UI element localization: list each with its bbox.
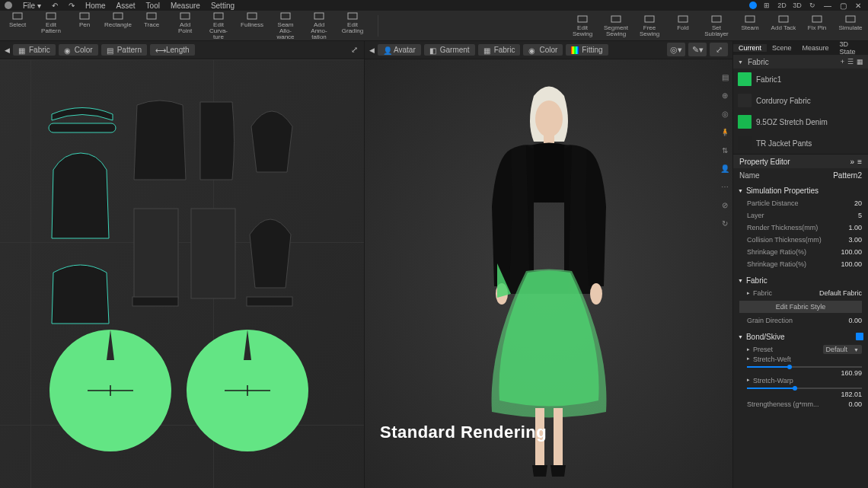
pattern-cuff-a[interactable] [131, 295, 180, 309]
sim-value[interactable]: 20 [854, 199, 862, 207]
mode-3d[interactable]: 3D [792, 1, 803, 10]
tool-fold[interactable]: Fold [670, 14, 696, 37]
pattern-sleeve-a[interactable] [245, 96, 298, 180]
tool-add-tack[interactable]: Add Tack [771, 14, 796, 37]
side-icon-user[interactable]: 👤 [720, 163, 730, 174]
view-grid-icon[interactable]: ▦ [857, 58, 863, 65]
mode-2d[interactable]: 2D [777, 1, 787, 10]
fabric-toggle-icon[interactable]: ▼ [738, 59, 743, 65]
stretch-weft-slider[interactable]: ▸Stretch-Weft 160.99 [733, 356, 868, 377]
pattern-front-a[interactable] [44, 147, 116, 246]
fabric-field-value[interactable]: Default Fabric [819, 289, 862, 297]
grid-icon[interactable]: ⊞ [761, 1, 772, 10]
pattern-lining-b[interactable] [187, 204, 240, 303]
side-icon-add[interactable]: ⊕ [720, 90, 730, 100]
chip-fabric-3d[interactable]: ▦Fabric [478, 44, 521, 56]
tab-measure[interactable]: Measure [797, 44, 834, 52]
maximize-icon[interactable]: ▢ [838, 2, 848, 10]
canvas-2d[interactable] [0, 59, 364, 488]
chip-length[interactable]: ⟷Length [150, 44, 195, 56]
tool-fullness[interactable]: Fullness [239, 11, 265, 40]
tab-current[interactable]: Current [733, 44, 767, 52]
view-list-icon[interactable]: ☰ [847, 58, 854, 65]
tool-add-annotation[interactable]: Add Anno-tation [306, 11, 332, 40]
chip-garment[interactable]: ◧Garment [424, 44, 475, 56]
menu-asset[interactable]: Asset [116, 2, 136, 10]
undo-icon[interactable]: ↶ [52, 2, 58, 10]
light-dropdown[interactable]: ✎▾ [688, 43, 707, 56]
stretch-warp-slider[interactable]: ▸Stretch-Warp 182.01 [733, 377, 868, 398]
menu-setting[interactable]: Setting [211, 2, 235, 10]
strengtheness-value[interactable]: 0.00 [848, 400, 862, 408]
tool-fix-pin[interactable]: Fix Pin [804, 14, 830, 37]
tool-edit-grading[interactable]: Edit Grading [340, 11, 365, 40]
collapse-3d-icon[interactable]: ◀ [369, 46, 375, 54]
side-icon-avatar[interactable]: 🧍 [720, 126, 730, 137]
fabric-item-2[interactable]: 9.5OZ Stretch Denim [733, 111, 868, 132]
tool-select[interactable]: Select [5, 11, 30, 40]
chip-color[interactable]: ◉Color [59, 44, 98, 56]
redo-icon[interactable]: ↷ [69, 2, 75, 10]
pattern-front-b[interactable] [44, 254, 116, 330]
pattern-cuff-b[interactable] [245, 295, 294, 309]
pattern-sleeve-b[interactable] [244, 204, 297, 295]
tool-rectangle[interactable]: Rectangle [105, 11, 131, 40]
collapse-icon[interactable]: ◀ [5, 46, 10, 54]
menu-tool[interactable]: Tool [146, 2, 160, 10]
menu-home[interactable]: Home [85, 2, 106, 10]
menu-file[interactable]: File ▾ [23, 2, 41, 10]
side-icon-more[interactable]: ⋯ [720, 181, 730, 192]
side-icon-lock[interactable]: ⇅ [720, 145, 730, 155]
side-icon-layers[interactable]: ▤ [720, 72, 730, 82]
chip-fitting[interactable]: Fitting [566, 44, 608, 56]
edit-fabric-style-button[interactable]: Edit Fabric Style [739, 301, 862, 313]
pattern-circle-skirt-b[interactable] [183, 326, 312, 455]
chip-avatar[interactable]: 👤Avatar [378, 44, 421, 56]
section-simulation[interactable]: ▼Simulation Properties [733, 183, 868, 197]
tool-trace[interactable]: Trace [139, 11, 164, 40]
sim-value[interactable]: 5 [858, 212, 862, 219]
tool-free-sewing[interactable]: Free Sewing [637, 14, 662, 37]
side-icon-target[interactable]: ◎ [720, 108, 730, 119]
grain-value[interactable]: 0.00 [848, 317, 862, 324]
refresh-icon[interactable]: ↻ [807, 1, 818, 10]
chip-color-3d[interactable]: ◉Color [523, 44, 563, 56]
sim-value[interactable]: 100.00 [841, 260, 862, 268]
tool-segment-sewing[interactable]: SegmentSewing [603, 14, 629, 37]
camera-dropdown[interactable]: ◎▾ [667, 43, 685, 56]
notification-badge[interactable] [749, 2, 757, 9]
sim-value[interactable]: 1.00 [848, 224, 862, 231]
chip-pattern[interactable]: ▤Pattern [101, 44, 147, 56]
section-fabric[interactable]: ▼Fabric [733, 273, 868, 287]
pattern-circle-skirt-a[interactable] [46, 326, 175, 455]
minimize-icon[interactable]: — [822, 2, 833, 10]
tool-add-point[interactable]: Add Point [172, 11, 198, 40]
pattern-neckband[interactable] [44, 120, 120, 137]
tool-set-sublayer[interactable]: Set Sublayer [704, 14, 729, 37]
expand-2d-icon[interactable]: ⤢ [349, 45, 359, 56]
tool-steam[interactable]: Steam [737, 14, 763, 37]
tab-3d-state[interactable]: 3D State [834, 40, 868, 56]
prop-name-value[interactable]: Pattern2 [833, 171, 862, 180]
pattern-bodice-back[interactable] [129, 96, 190, 187]
close-icon[interactable]: ✕ [853, 2, 863, 10]
canvas-3d[interactable]: Standard Rendering [365, 59, 732, 488]
menu-measure[interactable]: Measure [171, 2, 200, 10]
tool-pen[interactable]: Pen [72, 11, 97, 40]
sim-value[interactable]: 3.00 [848, 236, 862, 244]
fabric-item-1[interactable]: Corduroy Fabric [733, 90, 868, 111]
side-icon-link[interactable]: ⊘ [720, 199, 730, 210]
add-fabric-icon[interactable]: + [841, 58, 844, 65]
tool-edit-pattern[interactable]: Edit Pattern [38, 11, 64, 40]
expand-3d-icon[interactable]: ⤢ [710, 43, 728, 56]
pattern-lining-a[interactable] [129, 204, 183, 303]
prop-menu-icon[interactable]: ≡ [857, 158, 862, 166]
fabric-item-0[interactable]: Fabric1 [733, 69, 868, 90]
tool-simulate[interactable]: Simulate [838, 14, 863, 37]
preset-select[interactable]: Default▼ [823, 345, 862, 354]
tab-scene[interactable]: Scene [767, 44, 797, 52]
pattern-bodice-side[interactable] [194, 96, 240, 187]
bond-checkbox[interactable] [856, 333, 863, 340]
fabric-item-3[interactable]: TR Jacket Pants [733, 132, 868, 154]
tool-edit-curvature[interactable]: Edit Curva-ture [206, 11, 231, 40]
